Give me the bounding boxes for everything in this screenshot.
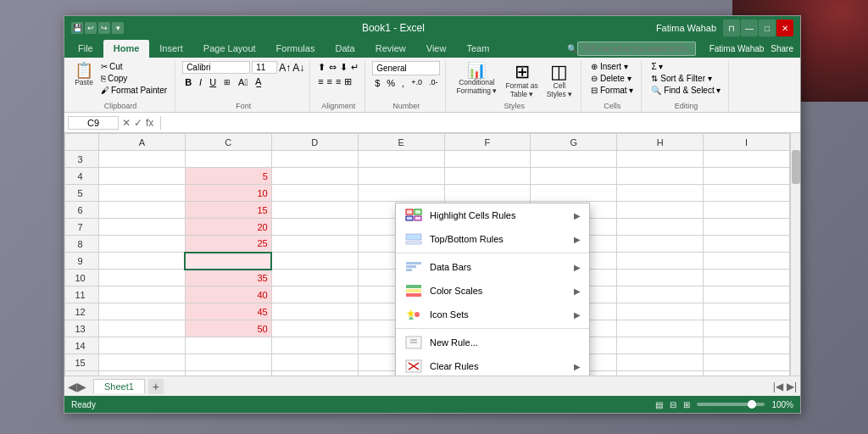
increase-decimal-btn[interactable]: +.0 [409,77,425,89]
sheet-tab-sheet1[interactable]: Sheet1 [93,379,145,393]
comma-btn[interactable]: , [399,77,407,89]
italic-button[interactable]: I [197,76,204,88]
qat-dropdown[interactable]: ▾ [112,22,124,34]
merge-btn[interactable]: ⊞ [343,75,353,88]
format-as-table-button[interactable]: ⊞ Format asTable ▾ [502,61,541,100]
align-left-btn[interactable]: ≡ [317,75,324,88]
redo-btn[interactable]: ↪ [98,22,110,34]
close-btn[interactable]: ✕ [776,19,793,36]
find-select-btn[interactable]: 🔍 Find & Select ▾ [648,85,723,96]
insert-cells-btn[interactable]: ⊕ Insert ▾ [588,61,636,72]
search-input[interactable] [577,42,696,56]
svg-rect-7 [406,262,421,264]
align-bottom-btn[interactable]: ⬇ [339,61,348,74]
ribbon-group-editing: Σ ▾ ⇅ Sort & Filter ▾ 🔍 Find & Select ▾ … [643,61,729,112]
sort-filter-btn[interactable]: ⇅ Sort & Filter ▾ [648,73,723,84]
save-btn[interactable]: 💾 [71,22,83,34]
currency-btn[interactable]: $ [372,77,382,89]
cancel-formula-icon[interactable]: ✕ [122,117,131,129]
decrease-decimal-btn[interactable]: .0- [426,77,441,89]
view-normal-btn[interactable]: ▤ [655,400,663,409]
tab-view[interactable]: View [416,40,457,58]
bold-button[interactable]: B [182,76,194,88]
tab-review[interactable]: Review [365,40,416,58]
align-center-btn[interactable]: ≡ [326,75,333,88]
tab-page-layout[interactable]: Page Layout [193,40,266,58]
colorscales-arrow: ▶ [574,287,581,296]
tab-scroll-left[interactable]: |◀ [773,381,783,392]
tab-file[interactable]: File [68,40,103,58]
font-shrink-btn[interactable]: A↓ [292,62,304,74]
font-grow-btn[interactable]: A↑ [279,62,291,74]
share-btn[interactable]: Share [771,44,793,53]
sum-btn[interactable]: Σ ▾ [648,61,723,72]
tab-scroll-right[interactable]: ▶| [787,381,797,392]
delete-cells-btn[interactable]: ⊖ Delete ▾ [588,73,636,84]
number-label: Number [392,102,420,110]
fill-color-button[interactable]: A⃝ [236,76,250,88]
border-button[interactable]: ⊞ [221,77,233,87]
sheet-tab-nav[interactable]: ◀▶ [68,380,86,393]
undo-btn[interactable]: ↩ [85,22,97,34]
conditional-formatting-button[interactable]: 📊 ConditionalFormatting ▾ [453,61,500,97]
col-header-h: H [617,134,704,151]
clearrules-arrow: ▶ [574,362,581,371]
view-layout-btn[interactable]: ⊟ [670,400,676,409]
cell-reference-box[interactable] [68,116,119,130]
align-top-btn[interactable]: ⬆ [317,61,326,74]
menu-item-topbottom[interactable]: 10 Top/Bottom Rules ▶ [396,227,589,251]
zoom-slider[interactable] [697,403,765,406]
user-display: Fatima Wahab [709,44,765,53]
newrule-label: New Rule... [430,337,581,348]
wrap-text-btn[interactable]: ↵ [350,61,359,74]
tab-data[interactable]: Data [325,40,364,58]
paste-button[interactable]: 📋 Paste [71,61,97,88]
add-sheet-btn[interactable]: + [148,379,164,394]
newrule-icon [404,335,423,350]
menu-item-newrule[interactable]: New Rule... [396,331,589,354]
tab-home[interactable]: Home [103,40,150,58]
clearrules-label: Clear Rules [430,361,567,371]
iconsets-label: Icon Sets [430,309,567,320]
corner-header [65,134,99,151]
format-painter-button[interactable]: 🖌 Format Painter [98,85,170,96]
menu-item-colorscales[interactable]: Color Scales ▶ [396,279,589,303]
font-color-button[interactable]: A̲ [253,75,264,88]
insert-function-icon[interactable]: fx [146,117,153,129]
ribbon-group-font: Calibri 11 A↑ A↓ B I U ⊞ A⃝ A̲ [177,61,310,112]
topbottom-arrow: ▶ [574,235,581,244]
align-middle-btn[interactable]: ⇔ [328,61,337,74]
scroll-thumb[interactable] [792,150,800,184]
vertical-scrollbar[interactable] [790,133,800,376]
conditional-formatting-menu: Highlight Cells Rules ▶ 10 Top/Bottom Ru… [395,203,590,376]
copy-button[interactable]: ⎘ Copy [98,73,170,84]
underline-button[interactable]: U [207,76,219,88]
formula-input[interactable] [168,118,797,128]
cells-buttons: ⊕ Insert ▾ ⊖ Delete ▾ ⊟ Format ▾ [588,61,636,100]
menu-item-highlight-cells[interactable]: Highlight Cells Rules ▶ [396,203,589,227]
view-page-btn[interactable]: ⊞ [683,400,690,409]
svg-marker-13 [407,309,415,318]
col-header-a: A [99,134,186,151]
minimize-btn[interactable]: — [741,19,758,36]
cell-styles-button[interactable]: ◫ CellStyles ▾ [543,61,576,100]
menu-item-databars[interactable]: Data Bars ▶ [396,255,589,279]
ribbon-collapse-btn[interactable]: ⊓ [723,19,740,36]
tab-formulas[interactable]: Formulas [266,40,326,58]
font-label: Font [236,102,251,110]
font-size-dropdown[interactable]: 11 [252,61,277,74]
tab-team[interactable]: Team [456,40,499,58]
menu-item-iconsets[interactable]: Icon Sets ▶ [396,303,589,326]
format-cells-btn[interactable]: ⊟ Format ▾ [588,85,636,96]
tab-insert[interactable]: Insert [149,40,193,58]
number-format-dropdown[interactable]: General [372,61,440,75]
confirm-formula-icon[interactable]: ✓ [134,117,142,129]
font-name-dropdown[interactable]: Calibri [182,61,250,74]
cut-button[interactable]: ✂ Cut [98,61,170,72]
menu-item-clearrules[interactable]: Clear Rules ▶ [396,354,589,376]
colorscales-icon [404,283,423,298]
percent-btn[interactable]: % [384,77,398,89]
user-info: Fatima Wahab Share [703,40,800,58]
maximize-btn[interactable]: □ [759,19,776,36]
align-right-btn[interactable]: ≡ [335,75,342,88]
